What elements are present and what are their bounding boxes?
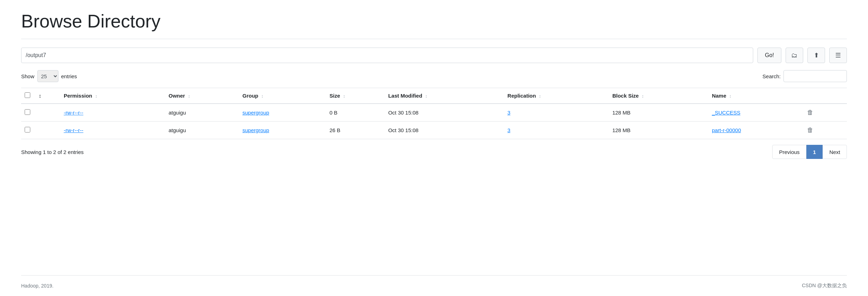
controls-row: Show 10 25 50 100 entries Search: bbox=[21, 70, 847, 82]
th-sort-all[interactable]: ↕ bbox=[35, 88, 60, 104]
upload-icon-button[interactable]: ⬆ bbox=[807, 48, 825, 63]
row-0-block-size: 128 MB bbox=[609, 104, 708, 122]
footer-right: CSDN @大数据之负 bbox=[802, 283, 847, 289]
th-replication[interactable]: Replication ↕ bbox=[504, 88, 609, 104]
sort-all-icon: ↕ bbox=[39, 93, 42, 99]
row-1-group[interactable]: supergroup bbox=[243, 127, 269, 133]
pagination: Previous 1 Next bbox=[772, 145, 847, 159]
row-0-permission[interactable]: -rw-r--r-- bbox=[64, 110, 83, 116]
th-permission-label: Permission bbox=[64, 93, 92, 99]
footer-row: Showing 1 to 2 of 2 entries Previous 1 N… bbox=[21, 145, 847, 159]
row-1-size: 26 B bbox=[326, 122, 385, 139]
select-all-checkbox[interactable] bbox=[25, 92, 30, 98]
th-last-modified-label: Last Modified bbox=[388, 93, 422, 99]
search-label: Search: bbox=[762, 73, 781, 79]
sort-group-icon: ↕ bbox=[261, 93, 264, 99]
table-row: -rw-r--r--atguigusupergroup0 BOct 30 15:… bbox=[21, 104, 847, 122]
th-owner[interactable]: Owner ↕ bbox=[165, 88, 239, 104]
page-footer: Hadoop, 2019. CSDN @大数据之负 bbox=[21, 275, 847, 289]
th-checkbox bbox=[21, 88, 35, 104]
entries-label: entries bbox=[61, 73, 77, 79]
table-header-row: ↕ Permission ↕ Owner ↕ Group ↕ Size ↕ bbox=[21, 88, 847, 104]
path-input[interactable] bbox=[21, 48, 753, 63]
go-button[interactable]: Go! bbox=[757, 48, 781, 63]
page-1-button[interactable]: 1 bbox=[806, 145, 823, 159]
sort-owner-icon: ↕ bbox=[188, 93, 191, 99]
th-size[interactable]: Size ↕ bbox=[326, 88, 385, 104]
row-0-delete-button[interactable]: 🗑 bbox=[805, 108, 816, 117]
previous-button[interactable]: Previous bbox=[772, 145, 806, 159]
folder-icon-button[interactable]: 🗂 bbox=[786, 48, 803, 63]
row-1-block-size: 128 MB bbox=[609, 122, 708, 139]
search-group: Search: bbox=[762, 70, 847, 82]
list-icon: ☰ bbox=[835, 51, 841, 59]
upload-icon: ⬆ bbox=[814, 51, 819, 59]
page-title: Browse Directory bbox=[21, 11, 847, 32]
sort-replication-icon: ↕ bbox=[539, 93, 541, 99]
entries-select[interactable]: 10 25 50 100 bbox=[37, 70, 58, 82]
show-entries-group: Show 10 25 50 100 entries bbox=[21, 70, 77, 82]
row-1-delete-button[interactable]: 🗑 bbox=[805, 126, 816, 135]
row-1-permission[interactable]: -rw-r--r-- bbox=[64, 127, 83, 133]
sort-size-icon: ↕ bbox=[343, 93, 345, 99]
th-replication-label: Replication bbox=[507, 93, 536, 99]
title-divider bbox=[21, 39, 847, 39]
list-icon-button[interactable]: ☰ bbox=[829, 48, 847, 63]
row-1-sort bbox=[35, 122, 60, 139]
row-0-name[interactable]: _SUCCESS bbox=[712, 110, 741, 116]
row-0-size: 0 B bbox=[326, 104, 385, 122]
show-label: Show bbox=[21, 73, 35, 79]
search-input[interactable] bbox=[783, 70, 847, 82]
th-permission[interactable]: Permission ↕ bbox=[60, 88, 165, 104]
sort-last-modified-icon: ↕ bbox=[425, 93, 427, 99]
th-name-label: Name bbox=[712, 93, 726, 99]
sort-name-icon: ↕ bbox=[729, 93, 732, 99]
row-1-owner: atguigu bbox=[165, 122, 239, 139]
th-size-label: Size bbox=[330, 93, 340, 99]
sort-permission-icon: ↕ bbox=[95, 93, 98, 99]
row-0-last-modified: Oct 30 15:08 bbox=[385, 104, 504, 122]
showing-text: Showing 1 to 2 of 2 entries bbox=[21, 149, 84, 155]
row-1-replication[interactable]: 3 bbox=[507, 127, 510, 133]
file-table: ↕ Permission ↕ Owner ↕ Group ↕ Size ↕ bbox=[21, 88, 847, 139]
row-1-last-modified: Oct 30 15:08 bbox=[385, 122, 504, 139]
row-0-sort bbox=[35, 104, 60, 122]
th-group-label: Group bbox=[243, 93, 258, 99]
row-1-name[interactable]: part-r-00000 bbox=[712, 127, 741, 133]
next-button[interactable]: Next bbox=[823, 145, 847, 159]
th-actions bbox=[801, 88, 847, 104]
th-last-modified[interactable]: Last Modified ↕ bbox=[385, 88, 504, 104]
folder-icon: 🗂 bbox=[791, 52, 798, 59]
th-group[interactable]: Group ↕ bbox=[239, 88, 326, 104]
th-block-size-label: Block Size bbox=[612, 93, 639, 99]
row-0-owner: atguigu bbox=[165, 104, 239, 122]
path-row: Go! 🗂 ⬆ ☰ bbox=[21, 48, 847, 63]
sort-block-size-icon: ↕ bbox=[642, 93, 644, 99]
th-block-size[interactable]: Block Size ↕ bbox=[609, 88, 708, 104]
table-row: -rw-r--r--atguigusupergroup26 BOct 30 15… bbox=[21, 122, 847, 139]
row-1-checkbox[interactable] bbox=[25, 127, 30, 132]
row-0-group[interactable]: supergroup bbox=[243, 110, 269, 116]
footer-left: Hadoop, 2019. bbox=[21, 283, 54, 289]
th-owner-label: Owner bbox=[169, 93, 185, 99]
row-0-replication[interactable]: 3 bbox=[507, 110, 510, 116]
th-name[interactable]: Name ↕ bbox=[708, 88, 801, 104]
row-0-checkbox[interactable] bbox=[25, 109, 30, 115]
